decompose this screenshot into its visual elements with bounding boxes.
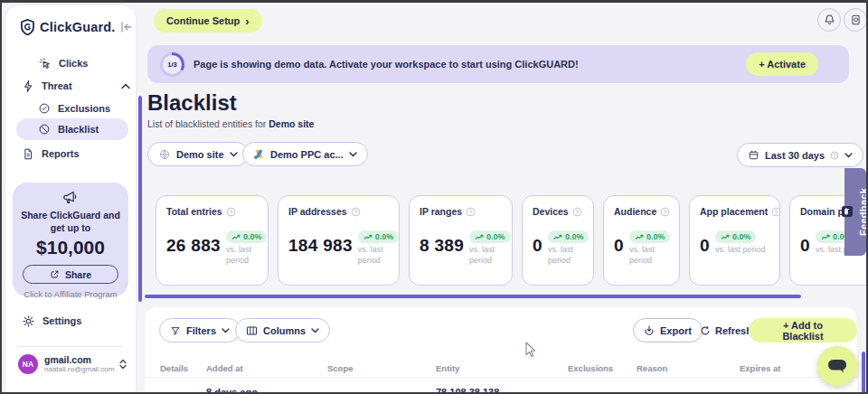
- sidebar: ClickGuard. Clicks Threat Exclusio: [5, 5, 136, 394]
- stat-label: IP ranges: [420, 206, 462, 217]
- stat-card-audience: Audience ? 0 0.0% vs. last period: [603, 195, 680, 286]
- info-icon: ?: [351, 207, 361, 217]
- column-header-exclusions[interactable]: Exclusions: [568, 363, 613, 373]
- info-icon: ?: [226, 207, 236, 217]
- stat-value: 0: [533, 236, 542, 256]
- continue-setup-label: Continue Setup: [166, 15, 240, 26]
- stat-label: Devices: [533, 206, 569, 217]
- promo-text: Share ClickGuard and get up to: [20, 210, 121, 234]
- clickguard-logo-icon: [20, 19, 35, 35]
- columns-button[interactable]: Columns: [235, 318, 330, 342]
- svg-text:?: ?: [469, 209, 473, 214]
- chevron-down-icon: [311, 328, 319, 333]
- page-subtitle: List of blacklisted entities for Demo si…: [147, 118, 314, 129]
- export-button[interactable]: Export: [633, 318, 703, 342]
- stat-value: 184 983: [288, 236, 353, 256]
- notifications-button[interactable]: [817, 8, 841, 32]
- window-frame-top: [0, 0, 868, 3]
- trend-badge: 0.0%: [469, 230, 511, 243]
- stat-note: vs. last period: [548, 245, 590, 266]
- column-header-details[interactable]: Details: [160, 363, 188, 373]
- info-icon: ?: [830, 151, 839, 160]
- table-header-divider: [145, 377, 857, 378]
- window-frame-left: [0, 0, 2, 394]
- column-header-reason[interactable]: Reason: [637, 363, 667, 373]
- sidebar-item-settings[interactable]: Settings: [22, 311, 130, 331]
- affiliate-link[interactable]: Click to Affiliate Program: [20, 289, 121, 299]
- sidebar-item-exclusions[interactable]: Exclusions: [38, 98, 130, 118]
- sidebar-item-blacklist[interactable]: Blacklist: [38, 119, 130, 139]
- report-icon: [22, 147, 34, 161]
- info-icon: ?: [572, 207, 582, 217]
- continue-setup-button[interactable]: Continue Setup ›: [154, 9, 262, 33]
- column-header-entity[interactable]: Entity: [436, 363, 459, 373]
- column-header-scope[interactable]: Scope: [327, 363, 354, 373]
- blacklist-table-card: Filters Columns Export Refresh: [145, 307, 857, 394]
- affiliate-promo-card[interactable]: Share ClickGuard and get up to $10,000 S…: [13, 183, 128, 296]
- info-icon: ?: [771, 207, 781, 217]
- stat-note: vs. last period: [226, 245, 268, 266]
- demo-data-banner: 1/3 Page is showing demo data. Activate …: [147, 45, 849, 83]
- trend-value: 0.0%: [375, 232, 394, 241]
- chevron-down-icon: [222, 328, 230, 333]
- stat-label: Total entries: [166, 206, 222, 217]
- svg-text:?: ?: [833, 152, 835, 157]
- svg-text:?: ?: [354, 209, 357, 214]
- stat-note: vs. last period: [715, 245, 766, 256]
- ppc-selector-value: Demo PPC ac...: [270, 149, 344, 160]
- avatar: NA: [18, 354, 38, 374]
- sidebar-collapse-icon[interactable]: [120, 22, 133, 33]
- trend-value: 0.0%: [486, 232, 505, 241]
- date-range-value: Last 30 days: [765, 150, 825, 161]
- user-menu[interactable]: NA gmail.com naatali.ro@gmail.com: [18, 354, 127, 374]
- sidebar-scrollbar[interactable]: [138, 96, 142, 302]
- megaphone-icon: [62, 190, 79, 204]
- stat-note: vs. last period: [358, 245, 400, 266]
- filters-button[interactable]: Filters: [159, 318, 241, 342]
- column-header-expires-at[interactable]: Expires at: [740, 363, 780, 373]
- chat-launcher-button[interactable]: [817, 346, 857, 386]
- sidebar-item-label: Exclusions: [58, 103, 110, 114]
- app-name: ClickGuard.: [40, 20, 116, 34]
- share-button[interactable]: Share: [23, 265, 118, 284]
- column-header-added-at[interactable]: Added at: [206, 363, 243, 373]
- info-icon: ?: [660, 207, 670, 217]
- docs-button[interactable]: [844, 8, 867, 32]
- stat-card-ip-ranges: IP ranges ? 8 389 0.0% vs. last period: [409, 195, 513, 286]
- trend-value: 0.0%: [565, 232, 584, 241]
- stats-cards-row: Total entries ? 26 883 0.0% vs. last per…: [156, 195, 868, 286]
- stat-value: 0: [614, 236, 624, 256]
- sidebar-item-clicks[interactable]: Clicks: [38, 53, 130, 73]
- chevron-up-icon: [121, 83, 130, 89]
- cards-horizontal-scrollbar[interactable]: [145, 295, 801, 298]
- globe-icon: [158, 148, 171, 161]
- stat-label: IP addresses: [288, 206, 347, 217]
- svg-text:?: ?: [775, 209, 778, 214]
- svg-text:?: ?: [229, 209, 232, 214]
- feedback-chat-icon: [842, 207, 853, 218]
- stat-card-devices: Devices ? 0 0.0% vs. last period: [522, 195, 594, 286]
- funnel-icon: [170, 325, 181, 336]
- stat-card-total-entries: Total entries ? 26 883 0.0% vs. last per…: [156, 195, 269, 286]
- feedback-tab[interactable]: Feedback: [844, 168, 866, 256]
- share-button-label: Share: [65, 269, 91, 280]
- date-range-selector[interactable]: Last 30 days ?: [737, 143, 863, 167]
- add-to-blacklist-button[interactable]: + Add to Blacklist: [749, 318, 857, 342]
- chevron-down-icon: [349, 152, 357, 157]
- table-columns-icon: [246, 325, 258, 336]
- trend-badge: 0.0%: [629, 230, 671, 243]
- trend-value: 0.0%: [732, 232, 751, 241]
- ppc-account-selector[interactable]: Demo PPC ac...: [242, 142, 368, 166]
- trend-badge: 0.0%: [715, 230, 757, 243]
- activate-button[interactable]: + Activate: [746, 52, 818, 76]
- sidebar-item-reports[interactable]: Reports: [22, 144, 130, 164]
- site-selector[interactable]: Demo site: [147, 142, 249, 166]
- page-vertical-scrollbar[interactable]: [862, 352, 865, 394]
- user-name: gmail.com: [44, 354, 113, 365]
- export-label: Export: [660, 325, 692, 336]
- cursor-click-icon: [38, 57, 52, 70]
- stat-note: vs. last period: [629, 245, 671, 266]
- stat-value: 8 389: [420, 236, 464, 256]
- sidebar-item-threat[interactable]: Threat: [22, 76, 130, 96]
- site-selector-value: Demo site: [176, 149, 224, 160]
